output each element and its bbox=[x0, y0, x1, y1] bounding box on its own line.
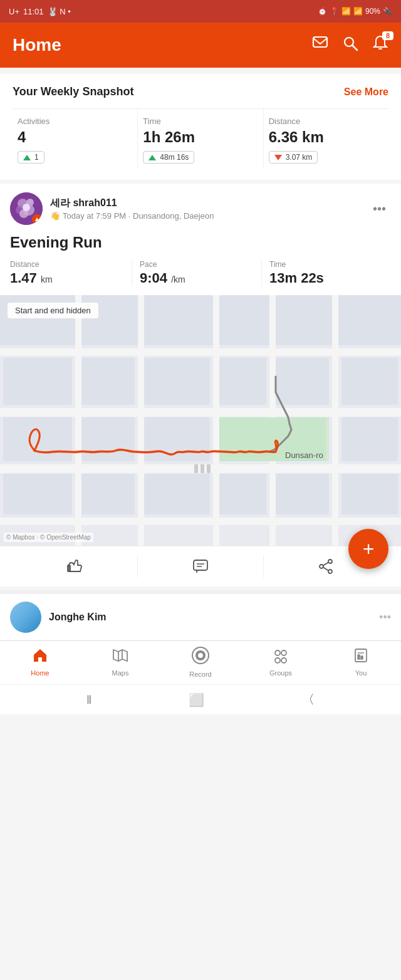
svg-rect-69 bbox=[355, 649, 367, 662]
sys-nav-home[interactable]: ⬜ bbox=[189, 692, 204, 707]
svg-rect-23 bbox=[138, 295, 144, 546]
more-options-icon[interactable]: ••• bbox=[368, 199, 391, 219]
time-delta-value: 48m 16s bbox=[160, 153, 189, 162]
time-delta: 48m 16s bbox=[143, 151, 194, 164]
svg-text:Dunsan-ro: Dunsan-ro bbox=[285, 451, 323, 460]
activity-map[interactable]: Dunsan-ro Start and end hidden © Mapbox … bbox=[0, 295, 401, 546]
status-left: U+ 11:01 🐰 N • bbox=[9, 7, 71, 16]
nav-record[interactable]: Record bbox=[160, 646, 241, 678]
run-distance-value: 1.47 km bbox=[10, 270, 124, 286]
activity-meta: 👋 Today at 7:59 PM · Dunsandong, Daejeon bbox=[50, 211, 360, 221]
maps-icon bbox=[112, 647, 128, 667]
notifications-icon[interactable]: 8 bbox=[372, 35, 388, 55]
battery-icon: 🔌 bbox=[383, 7, 392, 16]
svg-point-65 bbox=[275, 650, 280, 655]
svg-rect-40 bbox=[81, 474, 135, 514]
record-icon bbox=[191, 646, 210, 669]
status-right: ⏰ 📍 📶 📶 90% 🔌 bbox=[318, 7, 392, 16]
like-button[interactable] bbox=[13, 555, 138, 578]
svg-rect-47 bbox=[194, 464, 198, 473]
distance-delta-icon bbox=[274, 155, 282, 160]
messages-icon[interactable] bbox=[312, 35, 328, 55]
time-label: Time bbox=[143, 117, 258, 126]
svg-line-2 bbox=[352, 45, 357, 50]
distance-stat: Distance 6.36 km 3.07 km bbox=[264, 109, 388, 169]
svg-rect-24 bbox=[213, 295, 219, 546]
svg-point-56 bbox=[320, 565, 323, 568]
svg-rect-49 bbox=[207, 464, 211, 473]
alarm-icon: ⏰ bbox=[318, 7, 327, 16]
activity-card: 세라 shrah011 👋 Today at 7:59 PM · Dunsand… bbox=[0, 184, 401, 586]
svg-rect-15 bbox=[219, 295, 269, 345]
system-nav: ⦀ ⬜ 〈 bbox=[0, 684, 401, 714]
activity-header: 세라 shrah011 👋 Today at 7:59 PM · Dunsand… bbox=[0, 184, 401, 231]
action-bar: + bbox=[0, 546, 401, 586]
svg-rect-43 bbox=[276, 474, 329, 514]
svg-point-68 bbox=[281, 658, 286, 663]
svg-rect-48 bbox=[200, 464, 204, 473]
svg-rect-32 bbox=[341, 358, 398, 405]
search-icon[interactable] bbox=[342, 35, 358, 55]
groups-icon bbox=[272, 647, 289, 667]
notification-icons: 🐰 N • bbox=[48, 7, 71, 16]
add-activity-fab[interactable]: + bbox=[348, 529, 388, 569]
time-stat: Time 1h 26m 48m 16s bbox=[138, 109, 263, 169]
map-attribution: © Mapbox · © OpenStreetMap bbox=[4, 533, 93, 542]
nav-maps[interactable]: Maps bbox=[80, 647, 160, 677]
record-nav-label: Record bbox=[189, 670, 211, 678]
activities-delta-icon bbox=[23, 155, 31, 160]
run-pace-stat: Pace 9:04 /km bbox=[140, 260, 262, 286]
next-more-options[interactable]: ••• bbox=[379, 611, 391, 624]
nav-home[interactable]: Home bbox=[0, 647, 80, 677]
run-distance-label: Distance bbox=[10, 260, 124, 269]
wifi-icon: 📶 bbox=[341, 7, 351, 16]
nav-groups[interactable]: Groups bbox=[241, 647, 321, 677]
svg-point-54 bbox=[328, 560, 332, 563]
home-nav-label: Home bbox=[31, 669, 49, 677]
svg-point-55 bbox=[328, 570, 332, 573]
activities-delta: 1 bbox=[18, 151, 44, 164]
snapshot-header: Your Weekly Snapshot See More bbox=[13, 85, 388, 98]
svg-rect-31 bbox=[276, 358, 329, 405]
next-user-avatar bbox=[10, 602, 41, 633]
groups-nav-label: Groups bbox=[269, 669, 292, 677]
comment-button[interactable] bbox=[138, 555, 263, 578]
distance-value: 6.36 km bbox=[269, 128, 383, 146]
svg-rect-29 bbox=[144, 358, 210, 405]
next-user-name: Jonghe Kim bbox=[49, 612, 107, 623]
next-activity-preview: Jonghe Kim ••• bbox=[0, 590, 401, 640]
svg-point-66 bbox=[281, 650, 286, 655]
svg-marker-59 bbox=[113, 650, 127, 661]
avatar bbox=[10, 192, 43, 225]
time-delta-icon bbox=[148, 155, 156, 160]
see-more-button[interactable]: See More bbox=[344, 86, 388, 98]
svg-rect-26 bbox=[332, 295, 338, 546]
snapshot-title: Your Weekly Snapshot bbox=[13, 85, 133, 98]
page-title: Home bbox=[13, 35, 61, 55]
svg-rect-14 bbox=[144, 295, 213, 345]
you-nav-label: You bbox=[355, 669, 367, 677]
avatar-image bbox=[10, 192, 43, 225]
battery-label: 90% bbox=[365, 7, 380, 16]
weekly-snapshot-card: Your Weekly Snapshot See More Activities… bbox=[0, 74, 401, 180]
wave-icon: 👋 bbox=[50, 211, 60, 221]
svg-rect-27 bbox=[3, 358, 72, 405]
activities-label: Activities bbox=[18, 117, 132, 126]
svg-point-67 bbox=[275, 658, 280, 663]
maps-nav-label: Maps bbox=[112, 669, 129, 677]
svg-rect-51 bbox=[194, 560, 207, 570]
notification-badge: 8 bbox=[382, 31, 393, 40]
svg-rect-28 bbox=[81, 358, 135, 405]
signal-icon: 📶 bbox=[353, 7, 363, 16]
location-icon: 📍 bbox=[330, 7, 339, 16]
svg-point-64 bbox=[198, 653, 203, 658]
svg-line-57 bbox=[323, 563, 328, 566]
svg-rect-42 bbox=[219, 474, 266, 514]
svg-rect-33 bbox=[3, 417, 72, 461]
home-icon bbox=[32, 647, 48, 667]
sys-nav-back[interactable]: 〈 bbox=[302, 691, 315, 708]
header-icons: 8 bbox=[312, 35, 388, 55]
sys-nav-recent[interactable]: ⦀ bbox=[86, 692, 91, 707]
nav-you[interactable]: You bbox=[321, 647, 401, 677]
you-icon bbox=[353, 647, 369, 667]
